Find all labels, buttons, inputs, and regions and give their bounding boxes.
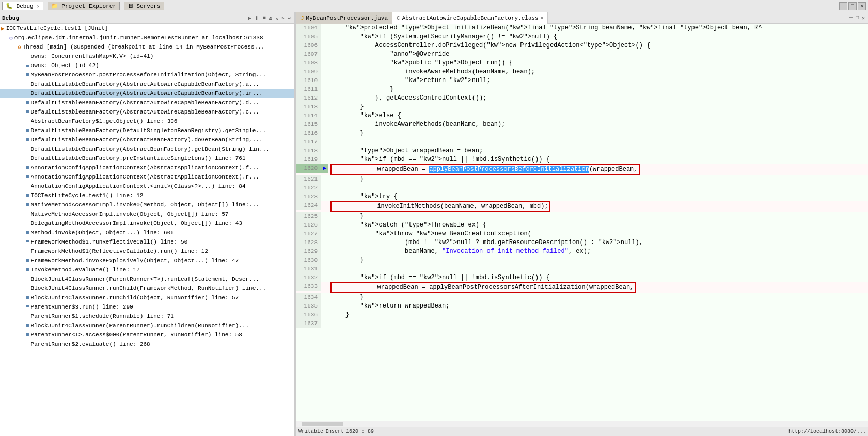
code-line-content: (mbd != "kw2">null ? mbd.getResourceDesc… xyxy=(328,238,868,247)
code-line-content: "kw">catch ("type">Throwable ex) { xyxy=(328,221,868,230)
tree-item[interactable]: ≡ ParentRunner$1.schedule(Runnable) line… xyxy=(0,312,294,321)
tree-item[interactable]: ≡ DefaultListableBeanFactory(AbstractAut… xyxy=(0,98,294,107)
disconnect-icon[interactable]: ⏏ xyxy=(268,14,273,22)
tree-item-label: ParentRunner$2.evaluate() line: 268 xyxy=(31,341,150,347)
suspend-icon[interactable]: ⏸ xyxy=(254,14,261,22)
code-line: 1617 xyxy=(296,138,868,147)
tree-item[interactable]: ≡ AnnotationConfigApplicationContext(Abs… xyxy=(0,172,294,182)
code-line-content: "kw">public "type">Object run() { xyxy=(328,59,868,68)
line-number: 1607 xyxy=(296,50,321,59)
tree-item-label: Method.invoke(Object, Object...) line: 6… xyxy=(31,230,174,236)
tree-item[interactable]: ≡ BlockJUnit4ClassRunner.runChild(Framew… xyxy=(0,284,294,293)
tree-item[interactable]: ≡ AnnotationConfigApplicationContext(Abs… xyxy=(0,163,294,172)
tree-item[interactable]: ≡ FrameworkMethod$1.runReflectiveCall() … xyxy=(0,237,294,247)
red-box-lower: invokeInitMethods(beanName, wrappedBean,… xyxy=(330,201,550,212)
tree-item-icon: ≡ xyxy=(26,276,29,282)
editor-min-icon[interactable]: ─ xyxy=(848,14,854,22)
tree-item[interactable]: ≡ BlockJUnit4ClassRunner(ParentRunner).r… xyxy=(0,321,294,330)
tree-item[interactable]: ≡ owns: Object (id=42) xyxy=(0,61,294,70)
editor-close-icon[interactable]: ✕ xyxy=(861,14,866,22)
tree-item[interactable]: ≡ DefaultListableBeanFactory(AbstractBea… xyxy=(0,144,294,154)
tree-item[interactable]: ≡ BlockJUnit4ClassRunner.runChild(Object… xyxy=(0,293,294,302)
code-line: 1636 } xyxy=(296,311,868,319)
tree-item-label: AnnotationConfigApplicationContext(Abstr… xyxy=(31,174,259,180)
tree-item[interactable]: ≡ InvokeMethod.evaluate() line: 17 xyxy=(0,265,294,274)
stepinto-icon[interactable]: ↘ xyxy=(274,14,279,22)
line-number: 1633 xyxy=(296,282,321,291)
code-editor[interactable]: 1604 "kw">protected "type">Object initia… xyxy=(296,24,868,421)
code-line: 1625 } xyxy=(296,212,868,221)
tree-item[interactable]: ≡ AbstractBeanFactory$1.getObject() line… xyxy=(0,117,294,126)
tree-item[interactable]: ≡ ParentRunner$2.evaluate() line: 268 xyxy=(0,340,294,349)
debug-tree[interactable]: ▶ IOCTestLifeCycle.test1 [JUnit]⚙ org.ec… xyxy=(0,24,294,436)
tree-item-label: MyBeanPostProcessor.postProcessBeforeIni… xyxy=(31,72,266,78)
editor-max-icon[interactable]: □ xyxy=(855,14,860,22)
code-line-content: } xyxy=(328,103,868,111)
tree-item[interactable]: ≡ AnnotationConfigApplicationContext.<in… xyxy=(0,182,294,191)
code-line: 1604 "kw">protected "type">Object initia… xyxy=(296,24,868,33)
tree-item[interactable]: ≡ ParentRunner$3.run() line: 290 xyxy=(0,302,294,312)
stepover-icon[interactable]: ↷ xyxy=(280,14,286,22)
tree-item-icon: ≡ xyxy=(26,192,29,199)
tab-close-icon[interactable]: ✕ xyxy=(541,15,543,21)
code-line: 1635 "kw">return wrappedBean; xyxy=(296,302,868,311)
tab-servers[interactable]: 🖥 Servers xyxy=(124,2,164,10)
left-panel-header: Debug ▶ ⏸ ■ ⏏ ↘ ↷ ↩ xyxy=(0,12,294,24)
line-number: 1634 xyxy=(296,293,321,302)
tree-item[interactable]: ≡ BlockJUnit4ClassRunner(ParentRunner<T>… xyxy=(0,274,294,284)
class-file-icon: C xyxy=(397,15,400,21)
box-lower2-wrapper: wrappedBean = applyBeanPostProcessorsAft… xyxy=(328,282,868,293)
tab-debug[interactable]: 🐛 Debug ✕ xyxy=(2,2,43,10)
tab-project-explorer[interactable]: 📁 Project Explorer xyxy=(48,2,120,10)
tree-item[interactable]: ≡ DelegatingMethodAccessorImpl.invoke(Ob… xyxy=(0,219,294,228)
line-number: 1631 xyxy=(296,265,321,273)
code-line: 1605 "kw">if (System.getSecurityManager(… xyxy=(296,33,868,41)
tree-item[interactable]: ≡ FrameworkMethod$1(ReflectiveCallable).… xyxy=(0,247,294,256)
tree-item-icon: ≡ xyxy=(26,109,29,115)
tree-item[interactable]: ≡ DefaultListableBeanFactory(AbstractAut… xyxy=(0,89,294,98)
tree-item[interactable]: ≡ DefaultListableBeanFactory(AbstractAut… xyxy=(0,79,294,89)
line-number: 1613 xyxy=(296,103,321,111)
tree-item[interactable]: ≡ NativeMethodAccessorImpl.invoke(Object… xyxy=(0,209,294,219)
tree-item[interactable]: ≡ IOCTestLifeCycle.test1() line: 12 xyxy=(0,191,294,200)
tree-item[interactable]: ≡ DefaultListableBeanFactory(AbstractAut… xyxy=(0,107,294,117)
tree-item-label: DefaultListableBeanFactory(AbstractAutow… xyxy=(31,90,263,96)
tree-item[interactable]: ≡ NativeMethodAccessorImpl.invoke0(Metho… xyxy=(0,200,294,209)
tree-item-icon: ≡ xyxy=(26,146,29,152)
tree-item-icon: ≡ xyxy=(26,118,29,124)
tree-item[interactable]: ≡ DefaultListableBeanFactory(DefaultSing… xyxy=(0,126,294,135)
resume-icon[interactable]: ▶ xyxy=(247,14,252,22)
minimize-button[interactable]: ─ xyxy=(839,2,847,10)
tree-item[interactable]: ≡ DefaultListableBeanFactory.preInstanti… xyxy=(0,154,294,163)
close-icon[interactable]: ✕ xyxy=(37,4,39,9)
tree-item-icon: ≡ xyxy=(26,100,29,106)
tree-item-label: DefaultListableBeanFactory(AbstractAutow… xyxy=(31,109,259,115)
tree-item-label: owns: ConcurrentHashMap<K,V> (id=41) xyxy=(31,53,154,59)
tab-abstractautowire[interactable]: C AbstractAutowireCapableBeanFactory.cla… xyxy=(392,12,548,24)
tree-item[interactable]: ⚙ org.eclipse.jdt.internal.junit.runner.… xyxy=(0,33,294,42)
tree-item[interactable]: ≡ MyBeanPostProcessor.postProcessBeforeI… xyxy=(0,70,294,79)
terminate-icon[interactable]: ■ xyxy=(262,14,267,22)
tree-item-label: InvokeMethod.evaluate() line: 17 xyxy=(31,267,140,273)
horizontal-scrollbar[interactable] xyxy=(296,421,868,427)
maximize-button[interactable]: □ xyxy=(848,2,857,10)
code-line: 1623 "kw">try { xyxy=(296,192,868,201)
tab-mybeanpostprocessor[interactable]: J MyBeanPostProcessor.java xyxy=(296,12,392,24)
tree-item-label: org.eclipse.jdt.internal.junit.runner.Re… xyxy=(14,35,263,41)
tree-item-label: DefaultListableBeanFactory(DefaultSingle… xyxy=(31,127,266,134)
stepreturn-icon[interactable]: ↩ xyxy=(287,14,292,22)
position-info: 1620 : 89 xyxy=(346,429,374,434)
tree-item[interactable]: ≡ owns: ConcurrentHashMap<K,V> (id=41) xyxy=(0,52,294,61)
close-button[interactable]: ✕ xyxy=(858,2,866,10)
tree-item[interactable]: ≡ Method.invoke(Object, Object...) line:… xyxy=(0,228,294,237)
tree-item[interactable]: ≡ DefaultListableBeanFactory(AbstractBea… xyxy=(0,135,294,144)
line-number: 1630 xyxy=(296,256,321,265)
tree-item[interactable]: ▶ IOCTestLifeCycle.test1 [JUnit] xyxy=(0,24,294,33)
tree-item[interactable]: ⚙ Thread [main] (Suspended (breakpoint a… xyxy=(0,42,294,52)
code-line: 1616 } xyxy=(296,129,868,138)
code-line: 1609 invokeAwareMethods(beanName, bean); xyxy=(296,68,868,76)
code-line: 1611 } xyxy=(296,85,868,94)
code-line-content: "kw">if (mbd == "kw2">null || !mbd.isSyn… xyxy=(328,155,868,164)
tree-item[interactable]: ≡ ParentRunner<T>.access$000(ParentRunne… xyxy=(0,330,294,340)
tree-item[interactable]: ≡ FrameworkMethod.invokeExplosively(Obje… xyxy=(0,256,294,265)
